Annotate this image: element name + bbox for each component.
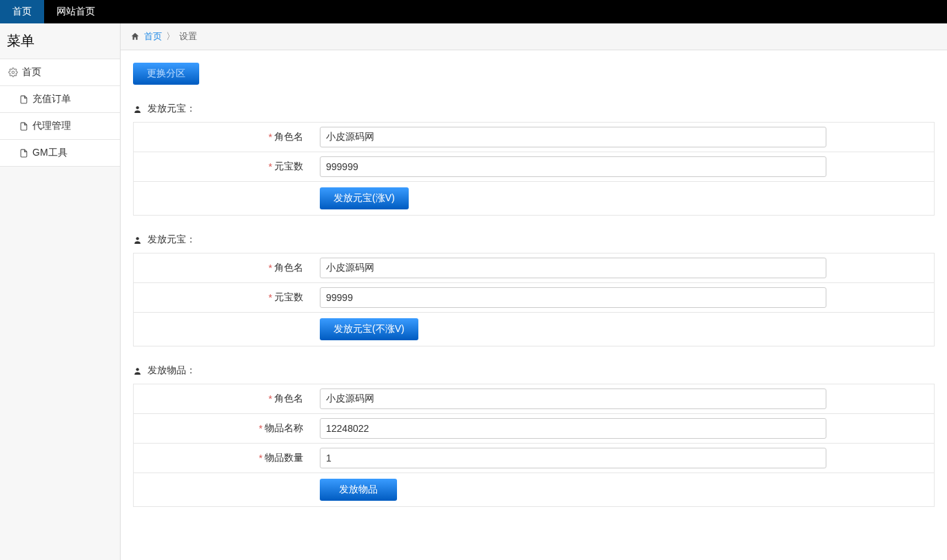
item-name-input[interactable] [320, 418, 826, 439]
field-label: 角色名 [274, 262, 303, 274]
role-name-input[interactable] [320, 258, 826, 278]
user-icon [133, 105, 142, 114]
section-heading-items: 发放物品： [133, 364, 935, 377]
yuanbao-count-input[interactable] [320, 287, 826, 308]
svg-point-2 [136, 237, 139, 240]
sidebar-item-gm-tools[interactable]: GM工具 [0, 140, 120, 167]
sidebar-item-recharge-orders[interactable]: 充值订单 [0, 86, 120, 113]
topnav-home[interactable]: 首页 [0, 0, 44, 23]
grant-item-button[interactable]: 发放物品 [320, 479, 397, 501]
item-quantity-input[interactable] [320, 448, 826, 468]
file-icon [19, 149, 28, 158]
svg-point-3 [136, 368, 139, 371]
section-title: 发放元宝： [147, 103, 196, 115]
user-icon [133, 366, 142, 375]
user-icon [133, 236, 142, 245]
form-items: *角色名 *物品名称 *物品数量 发放物品 [133, 384, 935, 507]
field-label: 物品数量 [265, 452, 303, 464]
topnav-site-home[interactable]: 网站首页 [44, 0, 108, 23]
field-label: 角色名 [274, 393, 303, 405]
file-icon [19, 95, 28, 104]
home-icon [130, 32, 140, 41]
role-name-input[interactable] [320, 127, 826, 147]
role-name-input[interactable] [320, 388, 826, 409]
switch-zone-button[interactable]: 更换分区 [133, 63, 199, 85]
field-label: 元宝数 [274, 160, 303, 173]
sidebar: 菜单 首页 充值订单 代理管理 [0, 23, 121, 560]
sidebar-item-label: 代理管理 [32, 120, 71, 132]
field-label: 元宝数 [274, 291, 303, 304]
section-heading-yuanbao-v: 发放元宝： [133, 103, 935, 115]
main-content: 首页 〉 设置 更换分区 发放元宝： *角色名 *元宝数 [121, 23, 947, 560]
sidebar-item-label: 首页 [22, 66, 41, 79]
breadcrumb-current: 设置 [179, 30, 197, 43]
breadcrumb-separator: 〉 [166, 30, 175, 43]
breadcrumb: 首页 〉 设置 [121, 23, 947, 50]
section-title: 发放元宝： [147, 234, 196, 246]
field-label: 角色名 [274, 131, 303, 143]
svg-point-0 [12, 71, 14, 74]
sidebar-item-agent-management[interactable]: 代理管理 [0, 113, 120, 140]
form-yuanbao-nov: *角色名 *元宝数 发放元宝(不涨V) [133, 253, 935, 346]
breadcrumb-home-link[interactable]: 首页 [144, 30, 162, 43]
gear-icon [8, 68, 18, 77]
grant-yuanbao-nov-button[interactable]: 发放元宝(不涨V) [320, 318, 418, 340]
form-yuanbao-v: *角色名 *元宝数 发放元宝(涨V) [133, 122, 935, 216]
section-title: 发放物品： [147, 364, 196, 377]
sidebar-item-home[interactable]: 首页 [0, 59, 120, 86]
field-label: 物品名称 [265, 422, 303, 435]
sidebar-menu: 首页 充值订单 代理管理 GM工具 [0, 59, 120, 167]
file-icon [19, 122, 28, 131]
sidebar-item-label: GM工具 [32, 147, 68, 159]
svg-point-1 [136, 106, 139, 109]
grant-yuanbao-v-button[interactable]: 发放元宝(涨V) [320, 187, 409, 209]
section-heading-yuanbao-nov: 发放元宝： [133, 234, 935, 246]
top-nav: 首页 网站首页 [0, 0, 947, 23]
sidebar-item-label: 充值订单 [32, 93, 71, 105]
yuanbao-count-input[interactable] [320, 156, 826, 177]
sidebar-title: 菜单 [0, 23, 120, 59]
